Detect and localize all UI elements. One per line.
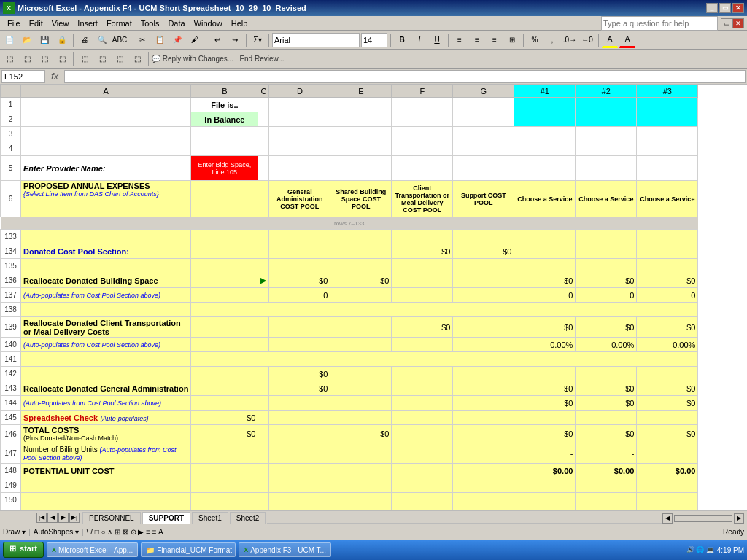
cell-I2[interactable] <box>576 112 637 127</box>
cell-J140[interactable]: 0.00% <box>637 338 698 352</box>
cell-J135[interactable] <box>637 259 698 273</box>
cell-H136[interactable]: $0 <box>514 273 576 288</box>
cell-B142[interactable] <box>191 367 258 381</box>
bold-button[interactable]: B <box>394 32 410 48</box>
cell-J144[interactable]: $0 <box>637 396 698 411</box>
menu-window[interactable]: Window <box>190 18 227 29</box>
cell-J148[interactable]: $0.00 <box>637 464 698 478</box>
cell-B136[interactable] <box>191 273 258 288</box>
cell-A148[interactable]: POTENTIAL UNIT COST <box>21 464 191 478</box>
cell-D136[interactable]: $0 <box>269 273 330 288</box>
cell-B134[interactable] <box>191 244 258 259</box>
cell-G134[interactable]: $0 <box>453 244 514 259</box>
cell-A133[interactable] <box>21 230 191 244</box>
cell-G139[interactable] <box>453 317 514 338</box>
menu-format[interactable]: Format <box>102 18 136 29</box>
cell-J142[interactable] <box>637 367 698 381</box>
cell-E135[interactable] <box>330 259 392 273</box>
tb2-btn7[interactable]: ⬚ <box>112 51 128 67</box>
taskbar-appendix-item[interactable]: X Appendix F3 - UCM T... <box>239 542 331 557</box>
col-header-C[interactable]: C <box>258 85 269 98</box>
cell-I144[interactable]: $0 <box>576 396 637 411</box>
cell-F133[interactable] <box>392 230 453 244</box>
cell-F144[interactable] <box>392 396 453 411</box>
cell-H139[interactable]: $0 <box>514 317 576 338</box>
cell-D135[interactable] <box>269 259 330 273</box>
cell-J137[interactable]: 0 <box>637 288 698 303</box>
cell-I142[interactable] <box>576 367 637 381</box>
cell-H6[interactable]: Choose a Service <box>514 181 576 217</box>
cell-E6[interactable]: Shared Building Space COST POOL <box>330 181 392 217</box>
cell-C145[interactable] <box>258 411 269 425</box>
cell-B6[interactable] <box>191 181 258 217</box>
cell-B4[interactable] <box>191 141 258 156</box>
cell-G147[interactable] <box>453 443 514 464</box>
h-scroll-left[interactable]: ◀ <box>662 513 673 524</box>
cell-C144[interactable] <box>258 396 269 411</box>
cell-D148[interactable] <box>269 464 330 478</box>
tb2-btn2[interactable]: ⬚ <box>19 51 35 67</box>
tb2-btn4[interactable]: ⬚ <box>54 51 70 67</box>
cell-F5[interactable] <box>392 156 453 181</box>
underline-button[interactable]: U <box>429 32 445 48</box>
cell-J143[interactable]: $0 <box>637 381 698 396</box>
cell-A144[interactable]: (Auto-Populates from Cost Pool Section a… <box>21 396 191 411</box>
col-header-H[interactable]: #1 <box>514 85 576 98</box>
cell-I139[interactable]: $0 <box>576 317 637 338</box>
col-header-E[interactable]: E <box>330 85 392 98</box>
cell-A5[interactable]: Enter Provider Name: <box>21 156 191 181</box>
tb2-btn5[interactable]: ⬚ <box>77 51 93 67</box>
cell-G3[interactable] <box>453 127 514 141</box>
cell-F146[interactable] <box>392 425 453 443</box>
cell-F136[interactable] <box>392 273 453 288</box>
cell-D142[interactable]: $0 <box>269 367 330 381</box>
cell-G5[interactable] <box>453 156 514 181</box>
cell-G143[interactable] <box>453 381 514 396</box>
cell-I148[interactable]: $0.00 <box>576 464 637 478</box>
permission-button[interactable]: 🔒 <box>54 32 70 48</box>
spell-button[interactable]: ABC <box>112 32 128 48</box>
cell-A6[interactable]: PROPOSED ANNUAL EXPENSES {Select Line It… <box>21 181 191 217</box>
font-color-button[interactable]: A <box>619 32 635 48</box>
cell-C139[interactable] <box>258 317 269 338</box>
menu-help[interactable]: Help <box>227 18 252 29</box>
save-button[interactable]: 💾 <box>36 32 53 48</box>
cell-D5[interactable] <box>269 156 330 181</box>
cell-D2[interactable] <box>269 112 330 127</box>
cell-G133[interactable] <box>453 230 514 244</box>
cell-E5[interactable] <box>330 156 392 181</box>
cell-A4[interactable] <box>21 141 191 156</box>
cell-D145[interactable] <box>269 411 330 425</box>
cell-J5[interactable] <box>637 156 698 181</box>
cell-E140[interactable] <box>330 338 392 352</box>
menu-data[interactable]: Data <box>163 18 189 29</box>
cell-I145[interactable] <box>576 411 637 425</box>
cell-C135[interactable] <box>258 259 269 273</box>
h-scroll-right[interactable]: ▶ <box>734 513 744 524</box>
cell-E134[interactable] <box>330 244 392 259</box>
decrease-decimal-button[interactable]: ←0 <box>579 32 595 48</box>
cell-E4[interactable] <box>330 141 392 156</box>
cell-H140[interactable]: 0.00% <box>514 338 576 352</box>
cell-B1[interactable]: File is.. <box>191 98 258 112</box>
cell-I140[interactable]: 0.00% <box>576 338 637 352</box>
font-size-selector[interactable] <box>361 33 387 47</box>
preview-button[interactable]: 🔍 <box>94 32 110 48</box>
cell-F2[interactable] <box>392 112 453 127</box>
copy-button[interactable]: 📋 <box>152 32 168 48</box>
h-scrollbar[interactable] <box>674 515 732 522</box>
cell-C4[interactable] <box>258 141 269 156</box>
cell-B143[interactable] <box>191 381 258 396</box>
cell-rest138[interactable] <box>191 303 698 317</box>
cell-J3[interactable] <box>637 127 698 141</box>
cell-J133[interactable] <box>637 230 698 244</box>
cell-D1[interactable] <box>269 98 330 112</box>
cell-E143[interactable] <box>330 381 392 396</box>
cell-C137[interactable] <box>258 288 269 303</box>
start-button[interactable]: ⊞ start <box>3 542 44 558</box>
redo-button[interactable]: ↪ <box>227 32 243 48</box>
cell-F139[interactable]: $0 <box>392 317 453 338</box>
menu-edit[interactable]: Edit <box>25 18 47 29</box>
cell-D133[interactable] <box>269 230 330 244</box>
cell-E142[interactable] <box>330 367 392 381</box>
